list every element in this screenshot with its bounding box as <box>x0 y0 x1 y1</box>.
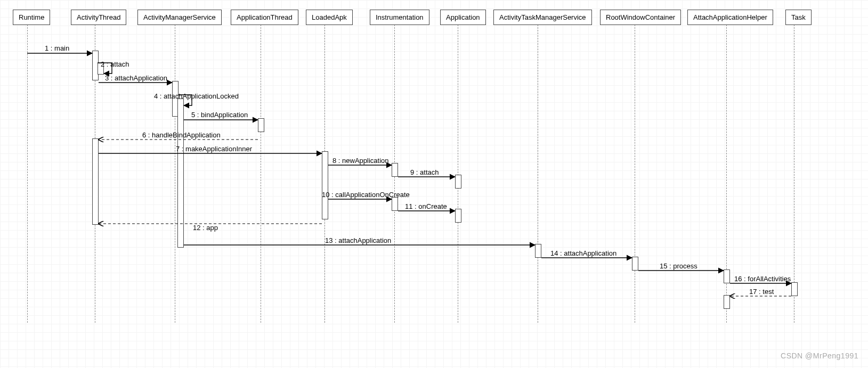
lifeline-rootwindowcontainer <box>635 24 635 323</box>
participant-runtime: Runtime <box>13 10 50 25</box>
msg-5: 5 : bindApplication <box>191 111 248 119</box>
activation-task <box>791 282 798 296</box>
participant-task: Task <box>785 10 812 25</box>
participant-activitythread: ActivityThread <box>71 10 126 25</box>
lifeline-application <box>458 24 458 323</box>
msg-8: 8 : newApplication <box>332 157 389 165</box>
participant-application: Application <box>440 10 486 25</box>
msg-7: 7 : makeApplicationInner <box>176 145 252 153</box>
msg-17: 17 : test <box>749 288 774 296</box>
activation-instr-1 <box>392 163 398 177</box>
msg-3: 3 : attachApplication <box>105 74 167 82</box>
participant-applicationthread: ApplicationThread <box>231 10 298 25</box>
lifeline-activitymanagerservice <box>175 24 175 323</box>
lifeline-applicationthread <box>261 24 261 323</box>
participant-activitymanagerservice: ActivityManagerService <box>137 10 222 25</box>
msg-6: 6 : handleBindApplication <box>142 131 221 139</box>
activation-atms <box>535 244 541 258</box>
msg-4: 4 : attachApplicationLocked <box>154 92 239 100</box>
activation-rwc <box>632 257 638 271</box>
participant-instrumentation: Instrumentation <box>370 10 429 25</box>
activation-activitythread-bind <box>92 138 99 225</box>
lifeline-activitytaskmanagerservice <box>538 24 538 323</box>
participant-loadedapk: LoadedApk <box>306 10 353 25</box>
activation-instr-2 <box>392 197 398 211</box>
msg-14: 14 : attachApplication <box>550 249 616 257</box>
participant-rootwindowcontainer: RootWindowContainer <box>600 10 681 25</box>
msg-15: 15 : process <box>660 262 697 270</box>
activation-app-1 <box>455 175 461 189</box>
activation-ams-self <box>177 99 184 248</box>
msg-13: 13 : attachApplication <box>325 236 391 244</box>
lifeline-task <box>794 24 794 323</box>
arrows-layer <box>0 0 868 368</box>
msg-1: 1 : main <box>45 44 69 52</box>
lifeline-runtime <box>27 24 28 323</box>
msg-10: 10 : callApplicationOnCreate <box>322 191 410 199</box>
watermark: CSDN @MrPeng1991 <box>781 351 858 360</box>
participant-activitytaskmanagerservice: ActivityTaskManagerService <box>493 10 592 25</box>
activation-appthread <box>258 118 264 132</box>
participant-attachapplicationhelper: AttachApplicationHelper <box>687 10 773 25</box>
msg-12: 12 : app <box>193 224 218 232</box>
activation-app-2 <box>455 209 461 223</box>
activation-aah-2 <box>724 295 730 309</box>
activation-aah <box>724 269 730 283</box>
msg-11: 11 : onCreate <box>405 202 447 210</box>
msg-9: 9 : attach <box>410 168 439 176</box>
msg-2: 2 : attach <box>101 60 129 68</box>
activation-loadedapk <box>322 151 328 219</box>
msg-16: 16 : forAllActivities <box>734 275 791 283</box>
